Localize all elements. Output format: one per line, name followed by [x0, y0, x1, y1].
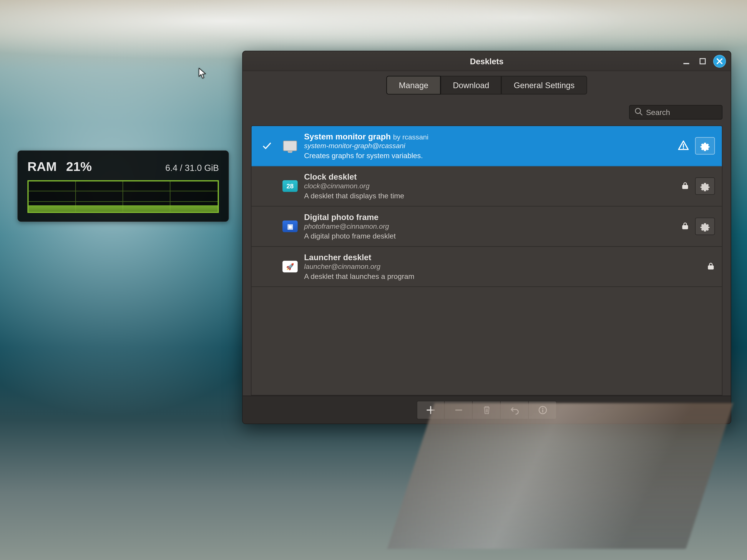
list-item[interactable]: 🚀Launcher desklet launcher@cinnamon.orgA…: [252, 247, 722, 287]
item-uuid: system-monitor-graph@rcassani: [304, 142, 672, 150]
desklet-list: System monitor graph by rcassanisystem-m…: [251, 125, 723, 395]
search-input[interactable]: [646, 108, 717, 117]
svg-rect-8: [542, 409, 543, 412]
ram-percent: 21%: [66, 159, 92, 174]
item-description: A desklet that displays the time: [304, 192, 675, 200]
item-author: by rcassani: [393, 133, 428, 141]
settings-button[interactable]: [695, 178, 715, 195]
item-description: A desklet that launches a program: [304, 272, 701, 281]
toolbar: [243, 102, 730, 125]
lock-icon: [681, 221, 689, 231]
list-item[interactable]: ▣Digital photo frame photoframe@cinnamon…: [252, 207, 722, 247]
item-uuid: photoframe@cinnamon.org: [304, 222, 675, 230]
tab-general-settings[interactable]: General Settings: [501, 76, 587, 95]
tab-bar: ManageDownloadGeneral Settings: [243, 71, 730, 102]
item-actions: [681, 218, 715, 235]
item-meta: Digital photo frame photoframe@cinnamon.…: [304, 212, 675, 240]
item-name: Launcher desklet: [304, 252, 701, 262]
ram-graph: [27, 180, 219, 213]
remove-button[interactable]: [445, 400, 473, 419]
tab-manage[interactable]: Manage: [387, 76, 441, 95]
svg-line-3: [640, 113, 642, 115]
desklets-window: Desklets ManageDownloadGeneral Settings: [242, 51, 731, 424]
tab-download[interactable]: Download: [441, 76, 501, 95]
settings-button[interactable]: [695, 218, 715, 235]
window-title: Desklets: [470, 56, 504, 65]
search-field[interactable]: [629, 105, 723, 119]
check-icon: [257, 140, 276, 151]
item-meta: Clock desklet clock@cinnamon.orgA deskle…: [304, 172, 675, 200]
svg-rect-1: [700, 59, 705, 64]
rocket-icon: 🚀: [282, 258, 298, 275]
delete-button[interactable]: [473, 400, 501, 419]
item-actions: [677, 137, 715, 155]
item-name: System monitor graph by rcassani: [304, 132, 672, 141]
item-name: Digital photo frame: [304, 212, 675, 222]
ram-header: RAM 21% 6.4 / 31.0 GiB: [27, 159, 219, 175]
ram-title: RAM: [27, 159, 57, 174]
item-name: Clock desklet: [304, 172, 675, 181]
clock-icon: 28: [282, 178, 298, 194]
lock-icon: [707, 262, 715, 272]
monitor-icon: [282, 138, 298, 154]
list-item[interactable]: 28Clock desklet clock@cinnamon.orgA desk…: [252, 166, 722, 207]
ram-values: 6.4 / 31.0 GiB: [165, 163, 219, 173]
ram-label: RAM 21%: [27, 159, 92, 175]
list-item[interactable]: System monitor graph by rcassanisystem-m…: [252, 126, 722, 166]
item-meta: System monitor graph by rcassanisystem-m…: [304, 132, 672, 160]
mouse-cursor-icon: [199, 68, 207, 79]
item-meta: Launcher desklet launcher@cinnamon.orgA …: [304, 252, 701, 281]
item-actions: [707, 262, 715, 272]
item-uuid: launcher@cinnamon.org: [304, 263, 701, 271]
info-button[interactable]: [529, 400, 557, 419]
window-titlebar[interactable]: Desklets: [243, 51, 730, 71]
item-uuid: clock@cinnamon.org: [304, 182, 675, 190]
ram-desklet[interactable]: RAM 21% 6.4 / 31.0 GiB: [18, 151, 229, 222]
item-actions: [681, 178, 715, 195]
svg-point-7: [542, 407, 543, 408]
lock-icon: [681, 181, 689, 191]
search-icon: [634, 107, 643, 117]
add-button[interactable]: [417, 400, 445, 419]
photo-icon: ▣: [282, 218, 298, 235]
ram-graph-fill: [28, 205, 218, 212]
undo-button[interactable]: [501, 400, 529, 419]
svg-point-5: [683, 147, 684, 148]
window-controls: [680, 55, 726, 68]
maximize-button[interactable]: [697, 55, 709, 67]
bottom-action-bar: [243, 396, 730, 424]
item-description: A digital photo frame desklet: [304, 232, 675, 240]
minimize-button[interactable]: [680, 55, 692, 67]
item-description: Creates graphs for system variables.: [304, 152, 672, 160]
svg-rect-0: [684, 63, 689, 64]
warning-icon: [677, 139, 689, 153]
close-button[interactable]: [713, 55, 726, 68]
settings-button[interactable]: [695, 137, 715, 155]
